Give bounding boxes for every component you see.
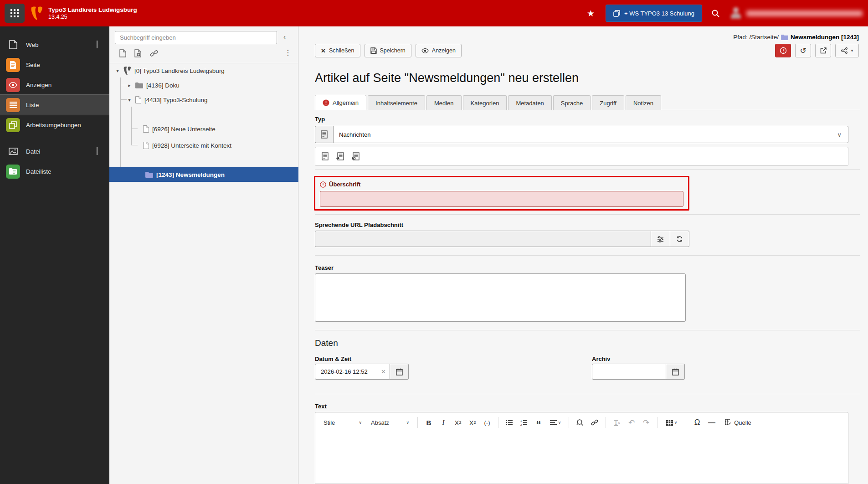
history-icon: ↺ — [800, 46, 806, 56]
tab-label: Notizen — [633, 100, 653, 107]
slug-toggle-edit-button[interactable] — [651, 231, 670, 247]
text-align-icon[interactable]: ∨ — [547, 416, 564, 429]
share-menu-button[interactable]: ▾ — [835, 44, 859, 57]
insert-table-icon[interactable]: ∨ — [662, 416, 681, 429]
site-title-block: Typo3 Landkreis Ludwigsburg 13.4.25 — [48, 6, 137, 21]
tree-node-newsmeldungen-selected[interactable]: [1243] Newsmeldungen — [109, 167, 298, 182]
sidebar-item-seite[interactable]: Seite — [0, 55, 109, 75]
ueberschrift-label-row: Überschrift — [320, 181, 683, 188]
external-link-icon — [820, 47, 827, 54]
rte-styles-dropdown[interactable]: Stile ∨ — [320, 417, 365, 429]
tab-sprache[interactable]: Sprache — [553, 95, 591, 110]
user-avatar[interactable] — [730, 6, 742, 20]
italic-icon[interactable]: I — [437, 416, 450, 429]
save-button[interactable]: Speichern — [365, 44, 411, 57]
tab-zugriff[interactable]: Zugriff — [592, 95, 624, 110]
source-view-button[interactable]: Quelle — [720, 416, 755, 429]
bold-icon[interactable]: B — [422, 416, 435, 429]
news-article-type-icon[interactable] — [321, 151, 329, 161]
open-in-new-window-button[interactable] — [815, 44, 831, 57]
tree-node-unterseite-mit-kontext[interactable]: [6928] Unterseite mit Kontext — [143, 139, 231, 152]
new-page-drag-button[interactable] — [134, 48, 143, 58]
chevron-up-icon — [97, 148, 98, 155]
tree-search-input[interactable] — [115, 31, 277, 44]
ueberschrift-input[interactable] — [320, 191, 683, 207]
typ-select[interactable]: Nachrichten ∨ — [333, 126, 848, 143]
collapse-tree-icon[interactable]: ‹ — [283, 33, 286, 41]
error-indicator-button[interactable] — [775, 44, 791, 57]
tab-allgemein[interactable]: Allgemein — [315, 95, 366, 110]
chevron-right-icon[interactable]: ▸ — [127, 82, 132, 88]
tab-label: Metadaten — [516, 100, 544, 107]
sidebar-item-anzeigen[interactable]: Anzeigen — [0, 75, 109, 95]
breadcrumb-current[interactable]: Newsmeldungen [1243] — [791, 34, 859, 41]
rte-editing-area[interactable] — [315, 433, 848, 484]
tree-node-root[interactable]: ▾ [0] Typo3 Landkreis Ludwigsburg — [115, 64, 225, 77]
tab-inhaltselemente[interactable]: Inhaltselemente — [368, 95, 425, 110]
slug-recalculate-button[interactable] — [670, 231, 689, 247]
superscript-icon[interactable]: X2 — [466, 416, 479, 429]
link-icon[interactable] — [149, 48, 159, 58]
blockquote-icon[interactable]: “ — [532, 416, 545, 429]
save-icon — [370, 47, 377, 54]
slug-input[interactable] — [315, 231, 651, 247]
tab-notizen[interactable]: Notizen — [626, 95, 661, 110]
typ-label: Typ — [315, 116, 325, 123]
rte-paragraph-dropdown[interactable]: Absatz ∨ — [367, 417, 413, 429]
username-redacted[interactable] — [746, 10, 863, 16]
new-page-button[interactable] — [118, 48, 127, 58]
tab-metadaten[interactable]: Metadaten — [508, 95, 551, 110]
module-group-datei[interactable]: Datei — [0, 141, 109, 161]
bulleted-list-icon[interactable] — [503, 416, 516, 429]
clear-icon[interactable]: ✕ — [381, 368, 386, 375]
find-replace-icon[interactable] — [574, 416, 586, 429]
breadcrumb-path[interactable]: Pfad: /Startseite/ — [733, 34, 779, 41]
sidebar-item-liste[interactable]: Liste — [0, 95, 109, 115]
sidebar-item-arbeitsumgebungen[interactable]: Arbeitsumgebungen — [0, 115, 109, 135]
chevron-down-icon[interactable]: ▾ — [115, 68, 120, 74]
numbered-list-icon[interactable]: 12 — [518, 416, 530, 429]
text-label: Text — [315, 403, 327, 410]
workspace-switch-button[interactable]: + WS TYPO3 13 Schulung — [606, 5, 702, 22]
subscript-icon[interactable]: X2 — [452, 416, 464, 429]
special-character-icon[interactable]: Ω — [691, 416, 704, 429]
archiv-label: Archiv — [592, 355, 610, 362]
module-grid-button[interactable] — [5, 4, 25, 23]
redo-icon[interactable]: ↷ — [640, 416, 652, 429]
search-icon[interactable] — [711, 9, 720, 18]
tree-kebab-menu-icon[interactable]: ⋮ — [284, 48, 292, 57]
soft-hyphen-icon[interactable]: (-) — [481, 416, 493, 429]
page-icon — [143, 125, 149, 133]
news-type-wizard — [315, 147, 848, 166]
tree-node-typo3-schulung[interactable]: ▾ [4433] Typo3-Schulung — [127, 93, 208, 107]
rte-styles-label: Stile — [324, 419, 335, 426]
tree-node-neue-unterseite[interactable]: [6926] Neue Unterseite — [143, 122, 216, 136]
svg-text:2: 2 — [520, 423, 522, 426]
tab-kategorien[interactable]: Kategorien — [463, 95, 507, 110]
module-group-web[interactable]: Web — [0, 35, 109, 55]
history-button[interactable]: ↺ — [795, 44, 811, 57]
sidebar-item-dateiliste[interactable]: Dateiliste — [0, 161, 109, 181]
rte-toolbar: Stile ∨ Absatz ∨ B I X2 X2 (-) 12 “ — [315, 412, 848, 433]
link-icon[interactable] — [588, 416, 601, 429]
datetime-input[interactable]: 2026-02-16 12:52 ✕ — [315, 364, 390, 380]
remove-format-icon[interactable]: Tx — [611, 416, 623, 429]
news-external-url-type-icon[interactable] — [351, 151, 360, 161]
view-button[interactable]: Anzeigen — [416, 44, 462, 57]
chevron-down-icon[interactable]: ▾ — [127, 97, 132, 103]
tree-node-doku[interactable]: ▸ [4136] Doku — [127, 78, 180, 92]
module-group-label: Datei — [26, 148, 41, 155]
news-internal-page-type-icon[interactable] — [335, 151, 345, 161]
undo-icon[interactable]: ↶ — [625, 416, 638, 429]
divider — [315, 169, 860, 170]
calendar-button[interactable] — [390, 364, 409, 380]
tab-label: Kategorien — [471, 100, 499, 107]
bookmark-star-icon[interactable]: ★ — [587, 8, 595, 19]
tab-medien[interactable]: Medien — [426, 95, 462, 110]
horizontal-line-icon[interactable]: — — [705, 416, 718, 429]
eye-icon — [421, 48, 429, 53]
archiv-input[interactable] — [592, 364, 666, 380]
close-button[interactable]: ✕ Schließen — [315, 44, 360, 57]
calendar-button[interactable] — [666, 364, 685, 380]
teaser-textarea[interactable] — [315, 273, 686, 322]
